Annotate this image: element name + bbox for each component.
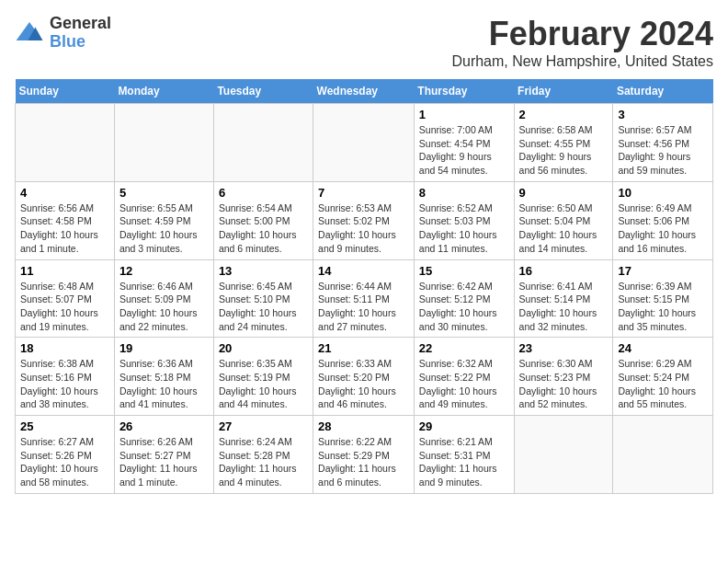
calendar-cell: 12Sunrise: 6:46 AM Sunset: 5:09 PM Dayli… (114, 259, 213, 338)
week-row-2: 4Sunrise: 6:56 AM Sunset: 4:58 PM Daylig… (16, 181, 713, 259)
calendar-cell: 15Sunrise: 6:42 AM Sunset: 5:12 PM Dayli… (414, 259, 514, 338)
day-number: 4 (20, 186, 109, 200)
header-friday: Friday (514, 79, 613, 104)
calendar-cell (313, 104, 415, 182)
day-detail: Sunrise: 6:42 AM Sunset: 5:12 PM Dayligh… (419, 280, 509, 334)
day-detail: Sunrise: 6:57 AM Sunset: 4:56 PM Dayligh… (618, 123, 708, 178)
day-number: 27 (219, 419, 308, 433)
day-detail: Sunrise: 6:56 AM Sunset: 4:58 PM Dayligh… (20, 201, 109, 256)
day-number: 10 (618, 186, 708, 200)
day-number: 22 (419, 341, 509, 355)
day-detail: Sunrise: 6:21 AM Sunset: 5:31 PM Dayligh… (419, 435, 509, 489)
calendar-cell: 25Sunrise: 6:27 AM Sunset: 5:26 PM Dayli… (16, 416, 115, 494)
day-detail: Sunrise: 6:46 AM Sunset: 5:09 PM Dayligh… (119, 280, 209, 334)
title-block: February 2024 Durham, New Hampshire, Uni… (451, 15, 713, 70)
day-detail: Sunrise: 6:49 AM Sunset: 5:06 PM Dayligh… (618, 201, 708, 256)
calendar-cell: 21Sunrise: 6:33 AM Sunset: 5:20 PM Dayli… (313, 338, 415, 416)
day-detail: Sunrise: 6:58 AM Sunset: 4:55 PM Dayligh… (519, 123, 609, 178)
calendar-cell: 19Sunrise: 6:36 AM Sunset: 5:18 PM Dayli… (114, 338, 213, 416)
week-row-4: 18Sunrise: 6:38 AM Sunset: 5:16 PM Dayli… (16, 338, 713, 416)
calendar-cell: 18Sunrise: 6:38 AM Sunset: 5:16 PM Dayli… (16, 338, 115, 416)
day-detail: Sunrise: 7:00 AM Sunset: 4:54 PM Dayligh… (419, 123, 509, 178)
calendar-cell: 16Sunrise: 6:41 AM Sunset: 5:14 PM Dayli… (514, 259, 613, 338)
header-tuesday: Tuesday (213, 79, 313, 104)
calendar-cell: 17Sunrise: 6:39 AM Sunset: 5:15 PM Dayli… (613, 259, 713, 338)
day-number: 16 (519, 264, 609, 278)
calendar-cell: 26Sunrise: 6:26 AM Sunset: 5:27 PM Dayli… (114, 416, 213, 494)
day-number: 11 (20, 264, 109, 278)
day-detail: Sunrise: 6:41 AM Sunset: 5:14 PM Dayligh… (519, 280, 609, 334)
calendar-cell: 7Sunrise: 6:53 AM Sunset: 5:02 PM Daylig… (313, 181, 415, 259)
day-number: 20 (219, 341, 308, 355)
day-number: 17 (618, 264, 708, 278)
calendar-cell: 29Sunrise: 6:21 AM Sunset: 5:31 PM Dayli… (414, 416, 514, 494)
day-number: 15 (419, 264, 509, 278)
calendar-cell: 5Sunrise: 6:55 AM Sunset: 4:59 PM Daylig… (114, 181, 213, 259)
day-detail: Sunrise: 6:53 AM Sunset: 5:02 PM Dayligh… (318, 201, 409, 256)
calendar-cell: 23Sunrise: 6:30 AM Sunset: 5:23 PM Dayli… (514, 338, 613, 416)
month-title: February 2024 (451, 15, 713, 53)
calendar-cell: 27Sunrise: 6:24 AM Sunset: 5:28 PM Dayli… (213, 416, 313, 494)
day-detail: Sunrise: 6:32 AM Sunset: 5:22 PM Dayligh… (419, 357, 509, 411)
day-detail: Sunrise: 6:35 AM Sunset: 5:19 PM Dayligh… (219, 357, 308, 411)
day-detail: Sunrise: 6:24 AM Sunset: 5:28 PM Dayligh… (219, 435, 308, 489)
day-detail: Sunrise: 6:52 AM Sunset: 5:03 PM Dayligh… (419, 201, 509, 256)
day-detail: Sunrise: 6:29 AM Sunset: 5:24 PM Dayligh… (618, 357, 708, 411)
calendar-cell (213, 104, 313, 182)
calendar-cell: 4Sunrise: 6:56 AM Sunset: 4:58 PM Daylig… (16, 181, 115, 259)
calendar-cell: 2Sunrise: 6:58 AM Sunset: 4:55 PM Daylig… (514, 104, 613, 182)
day-number: 12 (119, 264, 209, 278)
calendar-cell (114, 104, 213, 182)
calendar-cell: 1Sunrise: 7:00 AM Sunset: 4:54 PM Daylig… (414, 104, 514, 182)
day-detail: Sunrise: 6:45 AM Sunset: 5:10 PM Dayligh… (219, 280, 308, 334)
week-row-1: 1Sunrise: 7:00 AM Sunset: 4:54 PM Daylig… (16, 104, 713, 182)
calendar-cell: 28Sunrise: 6:22 AM Sunset: 5:29 PM Dayli… (313, 416, 415, 494)
header-thursday: Thursday (414, 79, 514, 104)
header-wednesday: Wednesday (313, 79, 415, 104)
day-number: 5 (119, 186, 209, 200)
day-number: 8 (419, 186, 509, 200)
calendar-cell: 22Sunrise: 6:32 AM Sunset: 5:22 PM Dayli… (414, 338, 514, 416)
day-number: 13 (219, 264, 308, 278)
day-number: 7 (318, 186, 409, 200)
day-number: 3 (618, 108, 708, 121)
calendar-cell: 14Sunrise: 6:44 AM Sunset: 5:11 PM Dayli… (313, 259, 415, 338)
calendar-cell: 20Sunrise: 6:35 AM Sunset: 5:19 PM Dayli… (213, 338, 313, 416)
calendar-cell (16, 104, 115, 182)
day-number: 19 (119, 341, 209, 355)
day-detail: Sunrise: 6:55 AM Sunset: 4:59 PM Dayligh… (119, 201, 209, 256)
header-monday: Monday (114, 79, 213, 104)
calendar-cell: 13Sunrise: 6:45 AM Sunset: 5:10 PM Dayli… (213, 259, 313, 338)
calendar-cell (613, 416, 713, 494)
logo-general: General (50, 15, 111, 33)
day-detail: Sunrise: 6:48 AM Sunset: 5:07 PM Dayligh… (20, 280, 109, 334)
day-detail: Sunrise: 6:22 AM Sunset: 5:29 PM Dayligh… (318, 435, 409, 489)
day-number: 28 (318, 419, 409, 433)
day-detail: Sunrise: 6:33 AM Sunset: 5:20 PM Dayligh… (318, 357, 409, 411)
day-detail: Sunrise: 6:38 AM Sunset: 5:16 PM Dayligh… (20, 357, 109, 411)
day-number: 25 (20, 419, 109, 433)
header-sunday: Sunday (16, 79, 115, 104)
calendar-table: SundayMondayTuesdayWednesdayThursdayFrid… (15, 79, 713, 494)
week-row-3: 11Sunrise: 6:48 AM Sunset: 5:07 PM Dayli… (16, 259, 713, 338)
logo-text: General Blue (50, 15, 111, 52)
calendar-cell: 11Sunrise: 6:48 AM Sunset: 5:07 PM Dayli… (16, 259, 115, 338)
day-number: 21 (318, 341, 409, 355)
day-detail: Sunrise: 6:54 AM Sunset: 5:00 PM Dayligh… (219, 201, 308, 256)
calendar-cell: 10Sunrise: 6:49 AM Sunset: 5:06 PM Dayli… (613, 181, 713, 259)
day-detail: Sunrise: 6:26 AM Sunset: 5:27 PM Dayligh… (119, 435, 209, 489)
calendar-cell: 9Sunrise: 6:50 AM Sunset: 5:04 PM Daylig… (514, 181, 613, 259)
day-detail: Sunrise: 6:50 AM Sunset: 5:04 PM Dayligh… (519, 201, 609, 256)
logo-icon (15, 18, 44, 48)
day-number: 14 (318, 264, 409, 278)
day-detail: Sunrise: 6:36 AM Sunset: 5:18 PM Dayligh… (119, 357, 209, 411)
header-row: SundayMondayTuesdayWednesdayThursdayFrid… (16, 79, 713, 104)
day-number: 24 (618, 341, 708, 355)
day-number: 2 (519, 108, 609, 121)
day-number: 1 (419, 108, 509, 121)
location: Durham, New Hampshire, United States (451, 53, 713, 70)
logo-blue: Blue (50, 33, 111, 52)
day-number: 23 (519, 341, 609, 355)
calendar-cell: 6Sunrise: 6:54 AM Sunset: 5:00 PM Daylig… (213, 181, 313, 259)
header-saturday: Saturday (613, 79, 713, 104)
